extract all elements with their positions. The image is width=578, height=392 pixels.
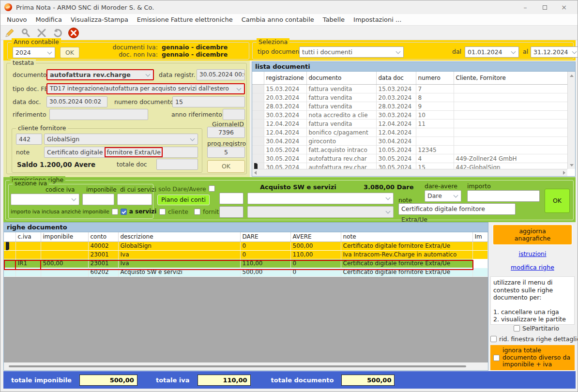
codice-iva-select[interactable] <box>11 194 79 205</box>
col-note[interactable]: note <box>341 232 472 241</box>
scroll-down-icon[interactable] <box>568 161 576 169</box>
delete-icon[interactable] <box>35 27 48 39</box>
anno-riferimento-field[interactable] <box>223 109 245 120</box>
lista-row[interactable]: 12.04.2024bonifico c/pagament12.04.20240 <box>252 128 567 137</box>
anno-ok-button[interactable]: OK <box>60 47 79 58</box>
totale-doc-field[interactable] <box>156 159 198 170</box>
menu-emissione-fatture[interactable]: Emissione Fatture elettroniche <box>133 14 237 25</box>
lista-row[interactable]: 20.03.2024fattura vendita20.03.202488 <box>252 93 567 102</box>
col-numero[interactable]: numero <box>416 72 454 85</box>
riga-documento-evidenziata[interactable]: IR1500,0023001Iva110,000Certificato digi… <box>4 259 488 268</box>
lista-row[interactable]: 30.05.2024autofattura rev.char30.05.2024… <box>252 154 567 163</box>
menu-nuovo[interactable]: Nuovo <box>2 14 31 25</box>
scroll-right-icon[interactable] <box>563 171 565 175</box>
col-documento[interactable]: documento <box>306 72 376 85</box>
note-highlight: fornitore Extra/Ue <box>105 147 163 157</box>
col-dare[interactable]: DARE <box>240 232 290 241</box>
minimize-icon[interactable]: – <box>516 1 535 14</box>
col-imponibile[interactable]: imponibile <box>41 232 88 241</box>
riferimento-field[interactable] <box>49 109 148 120</box>
lista-row[interactable]: 30.04.2024giroconto30.04.20240 <box>252 137 567 146</box>
lista-row[interactable]: 30.03.2024nota accredito a clie30.03.202… <box>252 111 567 120</box>
col-cliente-fornitore[interactable]: Cliente, Fornitore <box>454 72 567 85</box>
cliente-nome-select[interactable]: GlobalSign <box>44 134 198 145</box>
col-avere[interactable]: AVERE <box>290 232 341 241</box>
menu-tabelle[interactable]: Tabelle <box>319 14 349 25</box>
menu-modifica[interactable]: Modifica <box>31 14 66 25</box>
righe-horizontal-scrollbar[interactable] <box>4 362 488 370</box>
importo-input[interactable] <box>467 190 540 202</box>
piano-dei-conti-button[interactable]: Piano dei conti <box>157 195 210 205</box>
lista-row[interactable]: 12.04.2024fattura vendita12.04.202411 <box>252 120 567 128</box>
col-data-doc[interactable]: data doc <box>376 72 416 85</box>
riga-documento[interactable]: 60202Acquisto SW e servizi500,000Certifi… <box>4 268 488 276</box>
imponibile-input[interactable] <box>82 194 114 205</box>
menubar: Nuovo Modifica Visualizza-Stampa Emissio… <box>0 14 578 26</box>
modifica-righe-link[interactable]: modifica righe <box>489 264 576 271</box>
lista-vertical-scrollbar[interactable] <box>567 72 575 169</box>
scrollbar-thumb[interactable] <box>9 365 466 367</box>
menu-cambia-anno[interactable]: Cambia anno contabile <box>237 14 319 25</box>
ignora-totale-checkbox[interactable] <box>493 355 500 361</box>
data-doc-field[interactable]: 30.05.2024 00:02 <box>46 96 107 107</box>
cliente-checkbox-row: cliente <box>159 208 188 215</box>
cliente-checkbox[interactable] <box>159 209 166 215</box>
contropartita-codice-input[interactable] <box>219 206 243 218</box>
lista-row[interactable]: 15.03.2024fattura vendita15.03.202477 <box>252 85 567 93</box>
search-icon[interactable] <box>19 27 32 39</box>
fornit-checkbox[interactable] <box>194 209 200 215</box>
undo-icon[interactable] <box>51 27 64 39</box>
col-descrizione[interactable]: descrizione <box>118 232 240 241</box>
lista-row[interactable]: 10.05.2024fatt.acquisto intraco10.05.202… <box>252 146 567 154</box>
menu-visualizza-stampa[interactable]: Visualizza-Stampa <box>66 14 133 25</box>
lista-row-selected[interactable]: 30.05.2024autofattura rev.char30.05.2024… <box>252 163 567 169</box>
sel-partitario-checkbox[interactable] <box>514 325 520 332</box>
tipo-documento-label: tipo documento <box>258 48 305 55</box>
tipo-doc-fe-select[interactable]: TD17 integrazione/autofattura per acquis… <box>46 83 245 94</box>
cliente-fornitore-group: cliente fornitore 442 GlobalSign note Ce… <box>12 128 202 173</box>
dare-avere-label: dare-avere <box>425 182 457 190</box>
filter-band: Anno contabile 2024 OK documenti Iva: ge… <box>3 40 576 60</box>
anno-contabile-select[interactable]: 2024 <box>13 47 55 58</box>
scroll-up-icon[interactable] <box>568 72 576 79</box>
testata-group: testata documento autofattura rev.charge… <box>6 63 247 174</box>
rid-finestra-checkbox[interactable] <box>490 336 497 342</box>
aggiorna-anagrafiche-button[interactable]: aggiorna anagrafiche <box>492 224 573 245</box>
cliente-codice-field[interactable]: 442 <box>16 134 42 145</box>
iva-inclusa-checkbox[interactable] <box>112 209 118 215</box>
contropartita-select[interactable] <box>247 206 394 218</box>
scroll-left-icon[interactable] <box>254 171 257 175</box>
dal-date-select[interactable]: 01.01.2024 <box>465 46 519 58</box>
riga-documento[interactable]: 40002GlobalSign0500,00Certificato digita… <box>4 241 488 250</box>
seleziona-group: Seleziona tipo documento tutti i documen… <box>252 42 574 60</box>
edit-pencil-icon[interactable] <box>3 27 16 39</box>
numero-documento-field[interactable]: 15 <box>172 96 245 107</box>
solo-dare-avere-checkbox[interactable] <box>209 185 215 192</box>
riga-note-input[interactable]: Certificato digitale fornitore Extra/Ue <box>398 203 516 215</box>
cliente-cb-label: cliente <box>168 208 188 215</box>
dare-avere-select[interactable]: Dare <box>425 190 461 202</box>
conto-codice-input[interactable] <box>219 193 243 204</box>
di-cui-servizi-input[interactable] <box>117 194 152 205</box>
cancel-icon[interactable] <box>67 27 80 39</box>
al-date-select[interactable]: 31.12.2024 <box>531 46 578 58</box>
row-pointer-icon <box>254 163 258 169</box>
note-field[interactable]: Certificato digitale fornitore Extra/Ue <box>44 147 198 158</box>
maximize-icon[interactable] <box>535 1 554 14</box>
documento-select[interactable]: autofattura rev.charge <box>46 69 154 80</box>
col-civa[interactable]: c.iva <box>15 232 41 241</box>
a-servizi-checkbox[interactable] <box>121 209 127 215</box>
close-icon[interactable]: × <box>554 1 574 14</box>
riga-documento[interactable]: 23001Iva0110,00Iva Intracom-Rev.Charge i… <box>4 250 488 259</box>
riga-ok-button[interactable]: OK <box>545 189 570 213</box>
lista-horizontal-scrollbar[interactable] <box>252 169 567 176</box>
col-im[interactable]: Im <box>472 232 488 241</box>
conto-select[interactable] <box>247 193 394 204</box>
menu-impostazioni[interactable]: Impostazioni ... <box>349 14 406 25</box>
istruzioni-link[interactable]: istruzioni <box>489 250 576 257</box>
lista-row[interactable]: 28.03.2024fattura vendita28.03.202499 <box>252 102 567 111</box>
testata-ok-button[interactable]: OK <box>207 160 245 173</box>
col-conto[interactable]: conto <box>88 232 118 241</box>
tipo-documento-select[interactable]: tutti i documenti <box>299 46 404 58</box>
col-registrazione[interactable]: registrazione <box>264 72 306 85</box>
